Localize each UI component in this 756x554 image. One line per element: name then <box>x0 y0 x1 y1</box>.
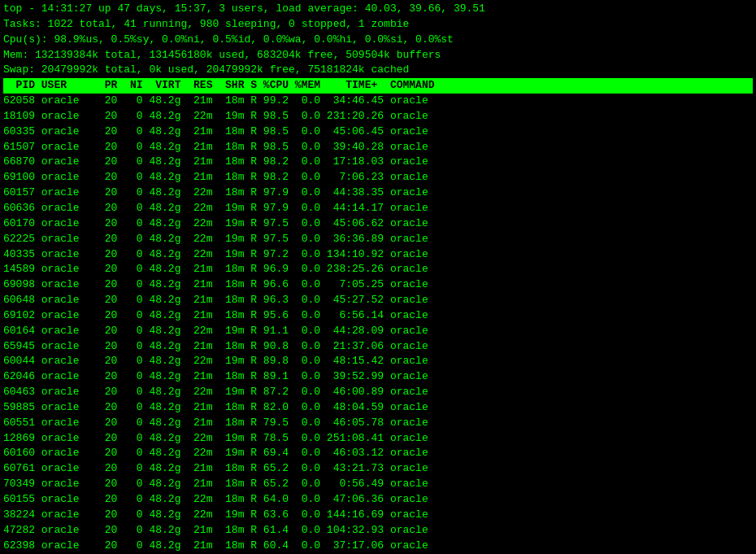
table-row: 60463 oracle 20 0 48.2g 22m 19m R 87.2 0… <box>3 385 753 400</box>
table-row: 62058 oracle 20 0 48.2g 21m 18m R 99.2 0… <box>3 94 753 109</box>
table-row: 60551 oracle 20 0 48.2g 21m 18m R 79.5 0… <box>3 416 753 431</box>
table-row: 14589 oracle 20 0 48.2g 21m 18m R 96.9 0… <box>3 262 753 277</box>
top-header-line4: Mem: 132139384k total, 131456180k used, … <box>3 48 753 63</box>
table-row: 70349 oracle 20 0 48.2g 21m 18m R 65.2 0… <box>3 477 753 492</box>
top-header-line3: Cpu(s): 98.9%us, 0.5%sy, 0.0%ni, 0.5%id,… <box>3 33 753 48</box>
table-row: 60157 oracle 20 0 48.2g 22m 18m R 97.9 0… <box>3 185 753 201</box>
table-row: 12869 oracle 20 0 48.2g 22m 19m R 78.5 0… <box>3 431 753 447</box>
process-list: 62058 oracle 20 0 48.2g 21m 18m R 99.2 0… <box>3 94 753 554</box>
table-row: 47282 oracle 20 0 48.2g 21m 18m R 61.4 0… <box>3 523 753 539</box>
table-row: 18109 oracle 20 0 48.2g 22m 19m R 98.5 0… <box>3 109 753 124</box>
table-row: 60160 oracle 20 0 48.2g 22m 19m R 69.4 0… <box>3 446 753 461</box>
terminal-window: top - 14:31:27 up 47 days, 15:37, 3 user… <box>0 0 756 554</box>
table-row: 60170 oracle 20 0 48.2g 22m 19m R 97.5 0… <box>3 216 753 232</box>
top-header-line5: Swap: 20479992k total, 0k used, 20479992… <box>3 63 753 78</box>
table-row: 65945 oracle 20 0 48.2g 21m 18m R 90.8 0… <box>3 339 753 355</box>
table-row: 69098 oracle 20 0 48.2g 21m 18m R 96.6 0… <box>3 277 753 293</box>
table-row: 62225 oracle 20 0 48.2g 22m 19m R 97.5 0… <box>3 232 753 247</box>
table-row: 60335 oracle 20 0 48.2g 21m 18m R 98.5 0… <box>3 124 753 140</box>
top-header-line1: top - 14:31:27 up 47 days, 15:37, 3 user… <box>3 2 753 17</box>
table-row: 61507 oracle 20 0 48.2g 21m 18m R 98.5 0… <box>3 140 753 155</box>
header-section: top - 14:31:27 up 47 days, 15:37, 3 user… <box>3 2 753 78</box>
table-row: 40335 oracle 20 0 48.2g 22m 19m R 97.2 0… <box>3 247 753 263</box>
table-row: 38224 oracle 20 0 48.2g 22m 19m R 63.6 0… <box>3 508 753 523</box>
table-row: 60155 oracle 20 0 48.2g 22m 18m R 64.0 0… <box>3 492 753 508</box>
table-row: 69102 oracle 20 0 48.2g 21m 18m R 95.6 0… <box>3 308 753 324</box>
table-row: 62398 oracle 20 0 48.2g 21m 18m R 60.4 0… <box>3 539 753 554</box>
table-row: 60761 oracle 20 0 48.2g 21m 18m R 65.2 0… <box>3 461 753 477</box>
column-header-row: PID USER PR NI VIRT RES SHR S %CPU %MEM … <box>3 78 753 94</box>
table-row: 60636 oracle 20 0 48.2g 22m 19m R 97.9 0… <box>3 201 753 216</box>
table-row: 62046 oracle 20 0 48.2g 21m 18m R 89.1 0… <box>3 369 753 385</box>
table-row: 69100 oracle 20 0 48.2g 21m 18m R 98.2 0… <box>3 170 753 185</box>
table-row: 60164 oracle 20 0 48.2g 22m 19m R 91.1 0… <box>3 324 753 339</box>
table-row: 60648 oracle 20 0 48.2g 21m 18m R 96.3 0… <box>3 293 753 308</box>
top-header-line2: Tasks: 1022 total, 41 running, 980 sleep… <box>3 17 753 33</box>
table-row: 66870 oracle 20 0 48.2g 21m 18m R 98.2 0… <box>3 155 753 170</box>
table-row: 59885 oracle 20 0 48.2g 21m 18m R 82.0 0… <box>3 400 753 416</box>
table-row: 60044 oracle 20 0 48.2g 22m 19m R 89.8 0… <box>3 354 753 369</box>
